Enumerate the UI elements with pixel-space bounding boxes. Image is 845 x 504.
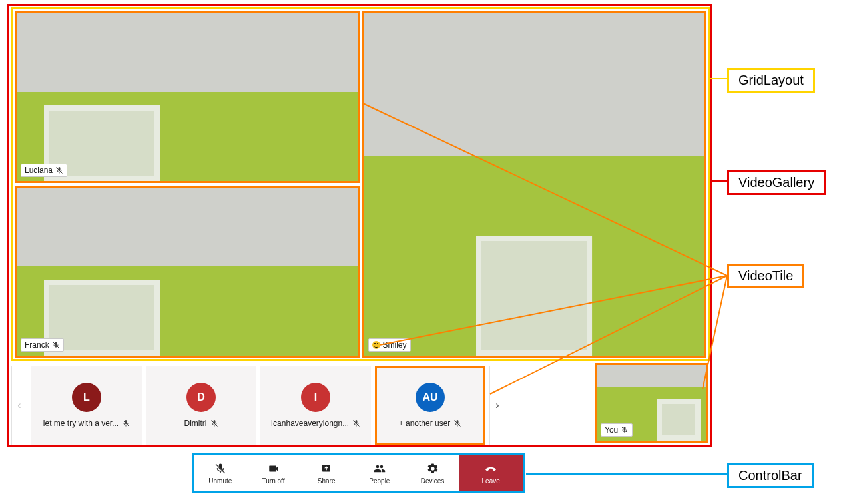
strip-prev-button[interactable]: ‹ — [11, 366, 27, 445]
avatar: AU — [416, 383, 445, 412]
gear-icon — [427, 463, 439, 475]
unmute-button[interactable]: Unmute — [194, 455, 247, 491]
video-tile-franck[interactable]: Franck — [15, 186, 360, 358]
mic-muted-icon — [352, 419, 360, 427]
participant-name: Luciana — [25, 166, 53, 175]
leave-button[interactable]: Leave — [459, 455, 523, 491]
mic-muted-icon — [55, 166, 63, 174]
participant-name: Dimitri — [184, 419, 207, 428]
people-button[interactable]: People — [353, 455, 406, 491]
annotation-controlbar: ControlBar — [727, 463, 814, 488]
people-icon — [374, 463, 386, 475]
participant-name: You — [605, 425, 618, 435]
participant-name: Smiley — [383, 340, 407, 350]
annotation-videogallery: VideoGallery — [727, 170, 826, 195]
mic-muted-icon — [453, 419, 461, 427]
mic-muted-icon — [621, 426, 629, 434]
control-label: Share — [318, 477, 336, 485]
video-tile-smiley[interactable]: Smiley — [362, 11, 707, 358]
strip-next-button[interactable]: › — [489, 366, 505, 445]
control-label: People — [369, 477, 390, 485]
video-tile-luciana[interactable]: Luciana — [15, 11, 360, 183]
avatar-label: let me try with a ver... — [43, 419, 130, 428]
participant-name: Franck — [25, 340, 49, 350]
mic-muted-icon — [122, 419, 130, 427]
strip-tile[interactable]: IIcanhaveaverylongn... — [260, 366, 371, 445]
mic-muted-icon — [210, 419, 218, 427]
control-bar: Unmute Turn off Share People Devices Lea… — [192, 453, 525, 493]
avatar: I — [301, 383, 330, 412]
mic-muted-icon — [214, 463, 226, 475]
participant-name: + another user — [399, 419, 451, 428]
name-tag: Luciana — [21, 164, 67, 177]
avatar-label: Icanhaveaverylongn... — [271, 419, 360, 428]
name-tag: You — [601, 423, 633, 437]
participant-name: Icanhaveaverylongn... — [271, 419, 349, 428]
share-button[interactable]: Share — [300, 455, 353, 491]
control-label: Leave — [482, 477, 500, 485]
participant-name: let me try with a ver... — [43, 419, 119, 428]
camera-icon — [268, 463, 280, 475]
video-tile-self[interactable]: You — [595, 363, 708, 443]
annotation-gridlayout: GridLayout — [727, 68, 815, 93]
devices-button[interactable]: Devices — [406, 455, 459, 491]
strip-tile[interactable]: Llet me try with a ver... — [31, 366, 142, 445]
camera-button[interactable]: Turn off — [247, 455, 300, 491]
name-tag: Smiley — [368, 338, 411, 352]
avatar-label: Dimitri — [184, 419, 218, 428]
avatar: D — [186, 383, 216, 412]
strip-tiles: Llet me try with a ver...DDimitriIIcanha… — [31, 366, 485, 445]
control-label: Devices — [421, 477, 445, 485]
share-icon — [320, 463, 332, 475]
stage: Luciana Smiley Franck ‹ — [7, 4, 712, 447]
hangup-icon — [485, 463, 497, 475]
strip-tile[interactable]: DDimitri — [146, 366, 256, 445]
control-label: Turn off — [262, 477, 285, 485]
avatar-label: + another user — [399, 419, 462, 428]
annotation-videotile: VideoTile — [727, 264, 804, 288]
grid-layout: Luciana Smiley Franck — [11, 7, 710, 361]
avatar: L — [72, 383, 101, 412]
strip-tile[interactable]: AU+ another user — [375, 366, 485, 445]
video-gallery: Luciana Smiley Franck ‹ — [7, 4, 712, 447]
control-label: Unmute — [208, 477, 232, 485]
smiley-icon — [372, 341, 380, 349]
name-tag: Franck — [21, 338, 64, 352]
mic-muted-icon — [52, 341, 60, 349]
